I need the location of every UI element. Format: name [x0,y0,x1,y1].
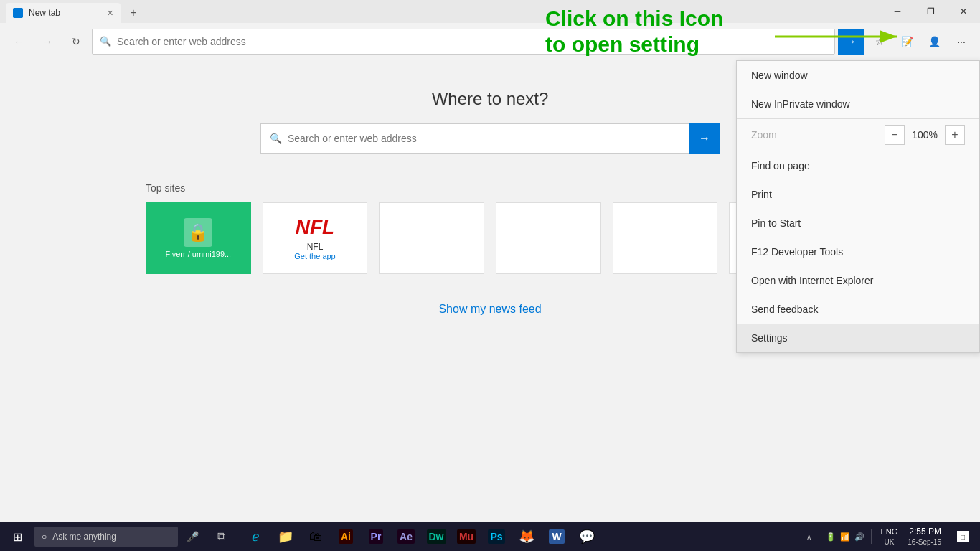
clock-date: 16-Sep-15 [908,537,941,547]
site-tile-nfl[interactable]: NFL NFL Get the app [263,202,368,274]
more-button[interactable]: ··· [948,29,974,55]
taskbar-task-view[interactable]: ⧉ [207,522,235,551]
new-tab-button[interactable]: + [123,3,143,23]
network-icon: 📶 [839,531,851,542]
menu-item-print[interactable]: Print [737,180,979,209]
taskbar-app-mu[interactable]: Mu [452,522,481,551]
share-button[interactable]: 👤 [921,29,947,55]
taskbar-mic[interactable]: 🎤 [178,522,207,551]
explorer-icon: 📁 [278,529,293,545]
zoom-plus-button[interactable]: + [945,125,965,145]
menu-item-settings[interactable]: Settings [737,324,979,352]
refresh-button[interactable]: ↻ [63,29,89,55]
tab-area: New tab ✕ + [0,0,143,23]
fiverr-icon: 🔒 [184,218,212,247]
tab-favicon [13,8,23,18]
cortana-search[interactable]: ○ Ask me anything [34,527,178,547]
region-label: UK [884,537,894,547]
search-bar-container: 🔍 → [260,123,720,154]
address-input[interactable] [117,36,827,47]
search-bar[interactable]: 🔍 [260,123,689,154]
nfl-sublabel: Get the app [294,252,336,260]
zoom-minus-button[interactable]: − [885,125,905,145]
volume-icon: 🔊 [854,531,865,542]
search-icon: 🔍 [100,36,111,47]
taskbar: ⊞ ○ Ask me anything 🎤 ⧉ ℯ 📁 🛍 Ai Pr Ae [0,522,980,551]
restore-button[interactable]: ❐ [914,0,947,23]
taskbar-app-skype[interactable]: 💬 [573,522,601,551]
title-bar: New tab ✕ + ─ ❐ ✕ [0,0,980,23]
search-input[interactable] [288,133,680,144]
mic-icon: 🎤 [184,529,200,545]
taskbar-app-word[interactable]: W [542,522,571,551]
navigation-bar: ← → ↻ 🔍 → ☆ 📝 👤 ··· [0,23,980,60]
back-button[interactable]: ← [6,29,32,55]
page-title: Where to next? [432,89,549,109]
taskbar-app-firefox[interactable]: 🦊 [512,522,541,551]
menu-item-new-window[interactable]: New window [737,61,979,90]
news-feed-button[interactable]: Show my news feed [438,303,541,316]
battery-icon: 🔋 [825,531,837,542]
store-icon: 🛍 [309,529,322,545]
ae-icon: Ae [397,529,415,544]
notification-button[interactable]: □ [948,522,977,551]
task-view-icon: ⧉ [213,529,229,545]
taskbar-app-ps[interactable]: Ps [482,522,511,551]
search-go-button[interactable]: → [689,123,720,154]
language-indicator[interactable]: ENG UK [877,527,900,546]
cortana-search-placeholder: Ask me anything [52,532,116,542]
search-icon: 🔍 [270,133,282,144]
system-clock[interactable]: 2:55 PM 16-Sep-15 [903,527,946,547]
menu-item-f12[interactable]: F12 Developer Tools [737,237,979,266]
menu-item-find-on-page[interactable]: Find on page [737,151,979,180]
taskbar-app-dw[interactable]: Dw [422,522,451,551]
notification-icon: □ [957,531,969,542]
taskbar-divider-2 [871,529,872,544]
nfl-label: NFL [307,242,324,252]
chevron-up-icon[interactable]: ∧ [806,533,811,541]
fiverr-label: Fiverr / ummi199... [165,250,231,258]
context-menu: New window New InPrivate window Zoom − 1… [736,60,980,353]
site-tile-empty-2[interactable] [496,202,601,274]
site-tile-fiverr[interactable]: 🔒 Fiverr / ummi199... [146,202,251,274]
taskbar-app-store[interactable]: 🛍 [301,522,330,551]
ps-icon: Ps [488,529,504,544]
taskbar-app-explorer[interactable]: 📁 [271,522,300,551]
language-label: ENG [880,527,897,537]
zoom-label: Zoom [751,129,879,141]
site-tile-empty-1[interactable] [379,202,484,274]
clock-time: 2:55 PM [909,527,941,538]
address-bar[interactable]: 🔍 [92,29,835,55]
menu-item-new-inprivate[interactable]: New InPrivate window [737,90,979,118]
forward-button[interactable]: → [34,29,60,55]
browser-tab[interactable]: New tab ✕ [6,3,121,23]
nfl-logo: NFL [296,216,334,239]
start-button[interactable]: ⊞ [3,522,32,551]
hub-button[interactable]: ☆ [867,29,892,55]
top-sites-label: Top sites [146,182,834,194]
taskbar-app-ae[interactable]: Ae [392,522,420,551]
menu-item-send-feedback[interactable]: Send feedback [737,295,979,324]
dw-icon: Dw [427,529,446,544]
tab-close-button[interactable]: ✕ [107,9,113,18]
minimize-button[interactable]: ─ [881,0,914,23]
menu-item-open-ie[interactable]: Open with Internet Explorer [737,266,979,295]
taskbar-app-edge[interactable]: ℯ [241,522,270,551]
zoom-value: 100% [910,129,939,141]
close-button[interactable]: ✕ [947,0,980,23]
mu-icon: Mu [457,529,476,544]
notes-button[interactable]: 📝 [894,29,920,55]
menu-item-pin-to-start[interactable]: Pin to Start [737,209,979,237]
go-button[interactable]: → [838,29,864,55]
pr-icon: Pr [369,529,384,544]
site-tile-empty-3[interactable] [613,202,718,274]
zoom-control: Zoom − 100% + [737,119,979,151]
taskbar-app-pr[interactable]: Pr [362,522,390,551]
firefox-icon: 🦊 [519,529,534,545]
cortana-search-icon: ○ [42,532,47,542]
top-sites-grid: 🔒 Fiverr / ummi199... NFL NFL Get the ap… [146,202,834,274]
edge-icon: ℯ [252,529,260,545]
taskbar-app-ai[interactable]: Ai [331,522,360,551]
word-icon: W [549,529,564,544]
tab-label: New tab [29,8,60,18]
